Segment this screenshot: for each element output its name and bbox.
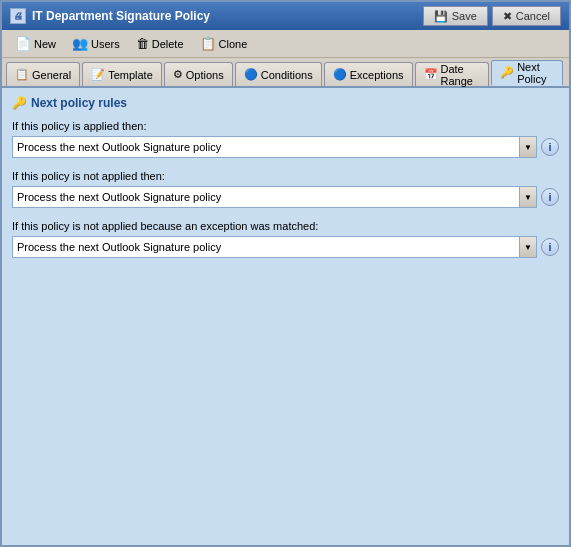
save-icon: 💾 <box>434 10 448 23</box>
clone-button[interactable]: 📋 Clone <box>193 33 255 54</box>
tab-options[interactable]: ⚙ Options <box>164 62 233 86</box>
title-bar-left: 🖨 IT Department Signature Policy <box>10 8 210 24</box>
clone-icon: 📋 <box>200 36 216 51</box>
cancel-icon: ✖ <box>503 10 512 23</box>
new-label: New <box>34 38 56 50</box>
tab-next-policy[interactable]: 🔑 Next Policy <box>491 60 563 86</box>
window-icon: 🖨 <box>10 8 26 24</box>
rule-not-applied-select-wrapper: Process the next Outlook Signature polic… <box>12 186 537 208</box>
rule-not-applied-label: If this policy is not applied then: <box>12 170 559 182</box>
cancel-button[interactable]: ✖ Cancel <box>492 6 561 26</box>
info-btn-not-applied[interactable]: i <box>541 188 559 206</box>
delete-button[interactable]: 🗑 Delete <box>129 33 191 54</box>
window-title: IT Department Signature Policy <box>32 9 210 23</box>
save-label: Save <box>452 10 477 22</box>
general-icon: 📋 <box>15 68 29 81</box>
users-label: Users <box>91 38 120 50</box>
info-btn-applied[interactable]: i <box>541 138 559 156</box>
users-icon: 👥 <box>72 36 88 51</box>
conditions-icon: 🔵 <box>244 68 258 81</box>
rule-applied-select[interactable]: Process the next Outlook Signature polic… <box>12 136 537 158</box>
rule-applied-select-wrapper: Process the next Outlook Signature polic… <box>12 136 537 158</box>
tab-date-range[interactable]: 📅 Date Range <box>415 62 490 86</box>
rule-not-applied-row: Process the next Outlook Signature polic… <box>12 186 559 208</box>
rule-applied-row: Process the next Outlook Signature polic… <box>12 136 559 158</box>
section-icon: 🔑 <box>12 96 27 110</box>
options-label: Options <box>186 69 224 81</box>
save-button[interactable]: 💾 Save <box>423 6 488 26</box>
rule-not-applied-select[interactable]: Process the next Outlook Signature polic… <box>12 186 537 208</box>
conditions-label: Conditions <box>261 69 313 81</box>
new-button[interactable]: 📄 New <box>8 33 63 54</box>
tab-strip: 📋 General 📝 Template ⚙ Options 🔵 Conditi… <box>2 58 569 88</box>
template-icon: 📝 <box>91 68 105 81</box>
rule-exception-label: If this policy is not applied because an… <box>12 220 559 232</box>
title-bar: 🖨 IT Department Signature Policy 💾 Save … <box>2 2 569 30</box>
new-icon: 📄 <box>15 36 31 51</box>
toolbar: 📄 New 👥 Users 🗑 Delete 📋 Clone <box>2 30 569 58</box>
section-header: 🔑 Next policy rules <box>12 96 559 110</box>
general-label: General <box>32 69 71 81</box>
clone-label: Clone <box>219 38 248 50</box>
title-buttons: 💾 Save ✖ Cancel <box>423 6 561 26</box>
exceptions-icon: 🔵 <box>333 68 347 81</box>
tab-exceptions[interactable]: 🔵 Exceptions <box>324 62 413 86</box>
delete-label: Delete <box>152 38 184 50</box>
content-area: 🔑 Next policy rules If this policy is ap… <box>2 88 569 545</box>
tab-general[interactable]: 📋 General <box>6 62 80 86</box>
rule-group-exception: If this policy is not applied because an… <box>12 220 559 258</box>
tab-template[interactable]: 📝 Template <box>82 62 162 86</box>
rule-group-applied: If this policy is applied then: Process … <box>12 120 559 158</box>
exceptions-label: Exceptions <box>350 69 404 81</box>
delete-icon: 🗑 <box>136 36 149 51</box>
next-policy-label: Next Policy <box>517 61 554 85</box>
tab-conditions[interactable]: 🔵 Conditions <box>235 62 322 86</box>
main-window: 🖨 IT Department Signature Policy 💾 Save … <box>0 0 571 547</box>
section-label: Next policy rules <box>31 96 127 110</box>
template-label: Template <box>108 69 153 81</box>
rule-exception-select-wrapper: Process the next Outlook Signature polic… <box>12 236 537 258</box>
rule-exception-row: Process the next Outlook Signature polic… <box>12 236 559 258</box>
options-icon: ⚙ <box>173 68 183 81</box>
cancel-label: Cancel <box>516 10 550 22</box>
rule-group-not-applied: If this policy is not applied then: Proc… <box>12 170 559 208</box>
rule-exception-select[interactable]: Process the next Outlook Signature polic… <box>12 236 537 258</box>
next-policy-icon: 🔑 <box>500 66 514 79</box>
info-btn-exception[interactable]: i <box>541 238 559 256</box>
users-button[interactable]: 👥 Users <box>65 33 127 54</box>
rule-applied-label: If this policy is applied then: <box>12 120 559 132</box>
date-range-label: Date Range <box>441 63 481 87</box>
date-range-icon: 📅 <box>424 68 438 81</box>
